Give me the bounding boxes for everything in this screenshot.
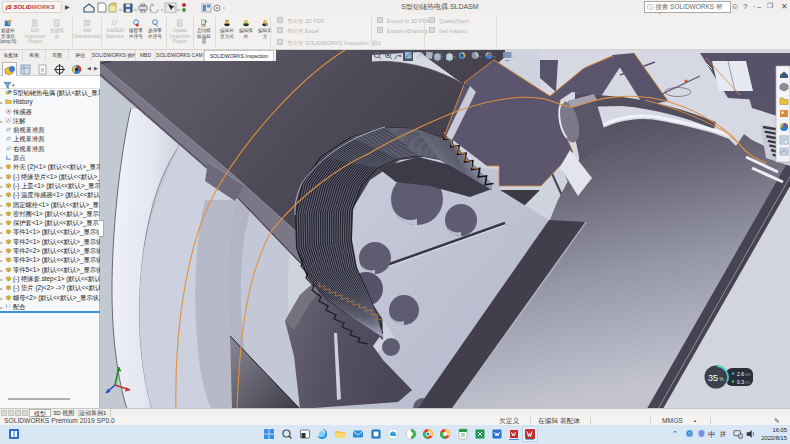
svg-text:2.6: 2.6 [737,371,744,377]
svg-text:35: 35 [708,373,718,383]
svg-text:M/S: M/S [745,373,751,377]
svg-text:0.3: 0.3 [737,379,744,385]
svg-text:%: % [720,377,724,382]
svg-text:K/S: K/S [745,381,750,385]
